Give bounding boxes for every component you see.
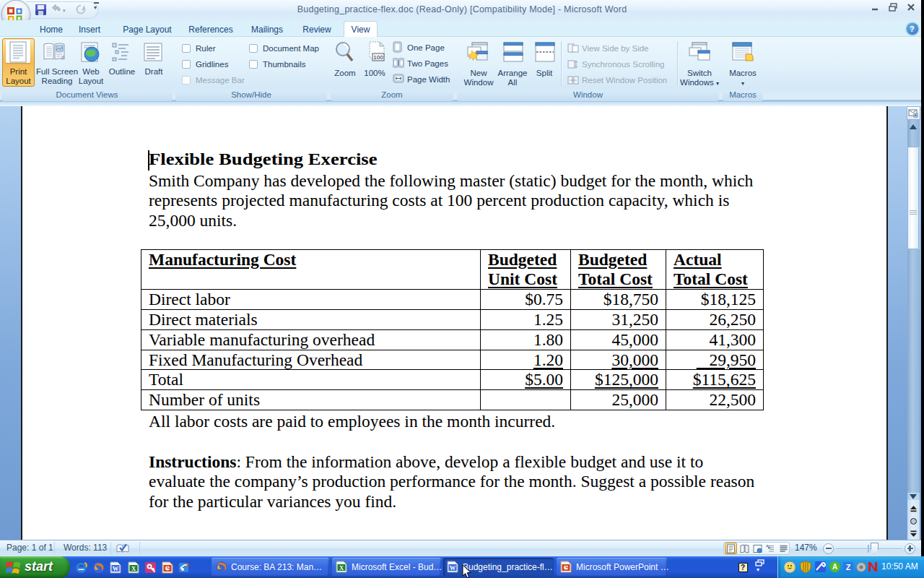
svg-text:X: X xyxy=(131,565,136,572)
svg-text:100: 100 xyxy=(373,54,383,61)
svg-text:Z: Z xyxy=(846,563,851,571)
svg-text:A: A xyxy=(832,563,837,571)
svg-text:W: W xyxy=(113,565,119,572)
svg-text:X: X xyxy=(339,564,344,571)
svg-text:W: W xyxy=(450,564,456,571)
